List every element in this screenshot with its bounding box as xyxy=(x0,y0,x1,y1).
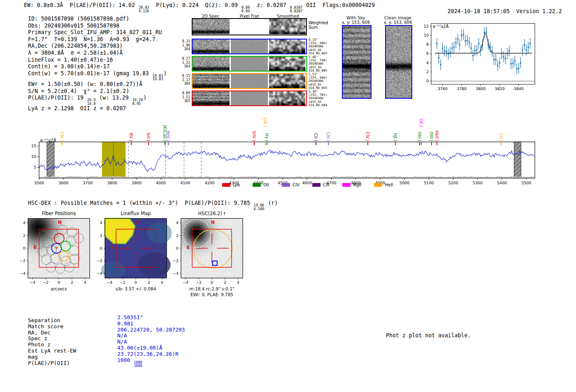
text-segment: Obs: 20240306v015_5001587898 xyxy=(28,23,119,29)
stacked-uncertainty: 26.914.8 xyxy=(87,98,95,105)
svg-text:−4: −4 xyxy=(173,271,179,276)
svg-text:4: 4 xyxy=(84,280,86,285)
svg-text:N: N xyxy=(135,220,139,225)
panel-xlabel-lineflux: s/b: 3.57 +/- 0.084 xyxy=(93,286,179,291)
stacked-uncertainty: 0.090.09 xyxy=(242,6,250,13)
cutout-image xyxy=(231,39,268,53)
emission-line-tick xyxy=(316,142,316,145)
text-segment: ) xyxy=(163,70,167,77)
svg-text:2: 2 xyxy=(176,233,179,238)
svg-text:−4: −4 xyxy=(107,280,112,285)
svg-text:2: 2 xyxy=(148,280,150,285)
text-segment: F=1.7" T=0.139 N=1.36 A=0.93 g=24.7 xyxy=(28,36,156,42)
text-segment: Cont(n) = 3.00(±0.14)e-17 xyxy=(28,63,110,70)
info-line-4: F=1.7" T=0.139 N=1.36 A=0.93 g=24.7 xyxy=(28,36,167,43)
info-line-11: S/N = 5.2(±0.4) χ² = 2.1(±0.2) xyxy=(28,88,167,95)
match-label: Est LyA rest-EW xyxy=(28,348,76,354)
text-segment: EWr = 1.50(±0.50) (w: 0.80(±0.27))Å xyxy=(28,81,142,87)
cutout-row-scale-values: 0.311.96384 xyxy=(181,39,190,51)
info-line-6: λ = 3804.8Å σ = 2.58(±1.04)Å xyxy=(28,50,167,57)
text-segment: Cont(w) = 5.70(±0.01)e-17 (gmag 19.83 xyxy=(28,70,152,77)
emission-line-marker-SiII: SiII ( xyxy=(146,132,151,141)
match-label: RA, Dec xyxy=(28,330,76,336)
emission-line-marker-H: Hγ ( xyxy=(265,133,269,141)
match-table-labels: SeparationMatch scoreRA, DecSpec zPhoto … xyxy=(28,318,76,366)
scale-value: 1.51 xyxy=(181,95,190,100)
svg-text:5300: 5300 xyxy=(473,181,483,185)
emission-line-marker-HeII: HeII ( xyxy=(434,130,439,141)
cutout-row-2 xyxy=(192,56,307,72)
match-value: N/A xyxy=(117,339,185,345)
svg-text:0: 0 xyxy=(23,246,26,251)
emission-line-tick xyxy=(265,142,266,145)
with-sky-image xyxy=(342,25,372,99)
svg-text:0: 0 xyxy=(211,280,213,285)
photz-note: Phot z plot not available. xyxy=(386,332,471,339)
text-segment: P(Lyα): 0.224 Q(z): 0.09 xyxy=(149,2,241,8)
match-label: Separation xyxy=(28,318,76,324)
match-value: N/A xyxy=(117,333,185,339)
svg-text:−2: −2 xyxy=(173,258,179,263)
emission-line-tick xyxy=(148,142,149,145)
clean-image-coords: x, y: 153, 606 xyxy=(377,20,419,25)
svg-text:−2: −2 xyxy=(20,258,26,263)
svg-text:3900: 3900 xyxy=(132,181,142,185)
text-segment: λ = 3804.8Å σ = 2.58(±1.04)Å xyxy=(28,50,123,56)
svg-text:0: 0 xyxy=(135,280,137,285)
svg-text:12: 12 xyxy=(424,24,429,28)
match-value: 23.72(23.36,24.26)R xyxy=(117,351,185,357)
annotation-line: 314_RU_065 xyxy=(309,86,337,90)
svg-text:+: + xyxy=(55,245,58,251)
emission-line-marker-CIII: CIII ( xyxy=(263,118,267,127)
cutout-row-annotations: 1.36"(152, 781)20240306v015_01314_RU_084 xyxy=(309,90,337,107)
svg-text:3600: 3600 xyxy=(58,181,68,185)
legend-label: HeII xyxy=(385,183,393,187)
svg-text:−4: −4 xyxy=(97,271,102,276)
svg-text:2: 2 xyxy=(100,233,102,238)
emission-line-tick xyxy=(62,142,63,145)
legend-label: CIV xyxy=(293,183,300,187)
scale-value: 365 xyxy=(181,99,190,103)
scale-value: 384 xyxy=(181,82,190,86)
weighted-sum-row xyxy=(192,18,307,35)
stacked-uncertainty: 0.02070.0207 xyxy=(290,6,303,13)
match-table-values: 2.50351"0.981206.224720, 50.287293N/AN/A… xyxy=(117,315,185,368)
svg-text:0: 0 xyxy=(426,79,429,83)
cutout-image xyxy=(269,74,305,88)
header-summary-line: EW: 0.8±0.3Å P(LAE)/P(OII): 14.02 20.039… xyxy=(24,2,375,13)
match-label: mag xyxy=(28,354,76,360)
svg-text:4100: 4100 xyxy=(180,181,190,185)
match-value: 1000 10001000 xyxy=(117,357,185,368)
text-segment: RA,Dec (206.224854,50.287983) xyxy=(28,43,123,49)
emission-line-marker-NV: NV ( xyxy=(129,133,133,141)
cutout-row-scale-values: 0.091.51365 xyxy=(181,91,190,103)
legend-item-OII: OII xyxy=(253,183,269,187)
legend-item-CIV: CIV xyxy=(282,183,300,187)
svg-text:5: 5 xyxy=(34,165,36,169)
svg-text:0: 0 xyxy=(100,246,102,251)
header-datetime-version: 2024-10-18 18:57:05 Version 1.22.2 xyxy=(434,2,562,21)
svg-text:5500: 5500 xyxy=(521,181,531,185)
legend-item-MgII: MgII xyxy=(342,183,362,187)
emission-line-tick xyxy=(328,142,329,145)
legend-swatch xyxy=(222,183,230,187)
with-sky-coords: x, y: 153, 606 xyxy=(334,20,378,25)
info-line-12: P(LAE)/P(OII): 19 26.914.8 (w: 13.29 19.… xyxy=(28,95,167,105)
match-value: 0.981 xyxy=(117,321,185,327)
text-segment: P(LAE)/P(OII): 19 xyxy=(28,95,87,101)
annotation-line: 314_RU_084 xyxy=(309,104,337,107)
panel-fiber: Fiber Positions+NE−4−2024−4−2024arcsecs xyxy=(16,210,102,298)
legend-swatch xyxy=(312,183,321,187)
cutout-image xyxy=(231,91,268,105)
emission-line-marker-SiIV: SiIV ( xyxy=(252,131,256,141)
svg-text:0: 0 xyxy=(176,246,179,251)
svg-text:3760: 3760 xyxy=(438,86,448,91)
line-fit-plot: 02468101237603780380038203840e⁻¹⁷x2Å xyxy=(419,19,542,97)
cutout-row-annotations: 0.15"(153, 606)20240306v015_02314_RU_065 xyxy=(309,38,337,55)
svg-text:3500: 3500 xyxy=(34,181,44,185)
info-line-13: LyA z = 2.1298 OII z = 0.0207 xyxy=(28,105,167,112)
match-value: 43.00(±19.00)Å xyxy=(117,345,185,351)
stacked-uncertainty: 19.066.589 xyxy=(254,204,265,211)
emission-line-marker-CII: CII ( xyxy=(499,133,503,141)
cutout-image xyxy=(193,19,230,34)
